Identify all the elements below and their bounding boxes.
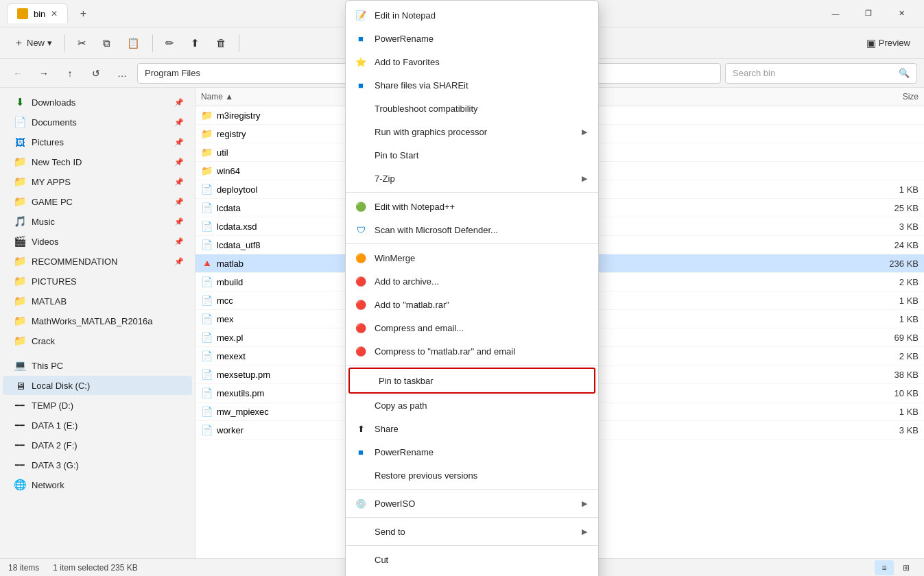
close-button[interactable]: ✕ [886,3,917,25]
sidebar-label-local-disk: Local Disk (C:) [32,381,184,391]
sidebar-item-documents[interactable]: 📄 Documents 📌 [3,112,192,132]
ctx-add-favorites[interactable]: ⭐ Add to Favorites [346,50,598,73]
file-icon: 📄 [201,424,213,435]
sidebar-item-data2[interactable]: ━━ DATA 2 (F:) [3,435,192,455]
new-label: New [27,38,45,48]
pin-start-icon [354,148,368,162]
ctx-share-shareit[interactable]: ■ Share files via SHAREit [346,73,598,97]
sidebar-item-data3[interactable]: ━━ DATA 3 (G:) [3,455,192,475]
ctx-restore-versions[interactable]: Restore previous versions [346,464,598,487]
tab-close-button[interactable]: ✕ [51,9,58,19]
delete-button[interactable]: 🗑 [209,34,233,52]
ctx-compress-matlab-email[interactable]: 🔴 Compress to "matlab.rar" and email [346,339,598,363]
matlab-rar-icon: 🔴 [354,298,368,311]
back-button[interactable]: ← [7,62,29,84]
ctx-pin-start[interactable]: Pin to Start [346,143,598,167]
ctx-scan-defender[interactable]: 🛡 Scan with Microsoft Defender... [346,218,598,241]
ctx-add-matlab-rar[interactable]: 🔴 Add to "matlab.rar" [346,293,598,316]
sidebar-item-downloads[interactable]: ⬇ Downloads 📌 [3,93,192,112]
ctx-edit-notepad[interactable]: 📝 Edit in Notepad [346,3,598,27]
ctx-send-to[interactable]: Send to ▶ [346,520,598,543]
graphics-icon [354,125,368,139]
sidebar-item-new-tech-id[interactable]: 📁 New Tech ID 📌 [3,152,192,171]
paste-button[interactable]: 📋 [120,34,147,53]
minimize-button[interactable]: — [820,3,851,25]
toolbar-sep-3 [239,34,239,52]
local-disk-icon: 🖥 [14,380,26,392]
more-button[interactable]: … [111,62,133,84]
preview-icon: ▣ [866,37,876,49]
copy-button[interactable]: ⧉ [96,34,117,53]
list-view-button[interactable]: ≡ [875,560,894,575]
share-button[interactable]: ⬆ [184,34,206,53]
sidebar-label-my-apps: MY APPS [32,177,169,187]
search-icon: 🔍 [899,68,910,78]
network-icon: 🌐 [14,479,26,491]
delete-icon: 🗑 [216,37,226,49]
ctx-powerrename-top[interactable]: ■ PowerRename [346,27,598,50]
ctx-copy-path[interactable]: Copy as path [346,394,598,417]
sidebar-item-game-pc[interactable]: 📁 GAME PC 📌 [3,192,192,211]
sidebar-label-temp: TEMP (D:) [32,400,184,411]
maximize-button[interactable]: ❐ [853,3,884,25]
archive-icon: 🔴 [354,274,368,288]
sidebar-item-network[interactable]: 🌐 Network [3,475,192,494]
file-icon: 📄 [201,295,213,306]
sidebar-item-music[interactable]: 🎵 Music 📌 [3,212,192,231]
file-icon: 📄 [201,202,213,213]
file-icon: 📄 [201,406,213,417]
search-placeholder: Search bin [733,68,775,78]
submenu-arrow-7zip: ▶ [582,174,587,183]
rename-button[interactable]: ✏ [158,34,181,53]
sidebar-item-mathworks[interactable]: 📁 MathWorks_MATLAB_R2016a [3,311,192,331]
ctx-cut[interactable]: Cut [346,548,598,571]
new-tab-button[interactable]: + [73,4,93,23]
sidebar-item-this-pc[interactable]: 💻 This PC [3,356,192,375]
ctx-copy[interactable]: Copy [346,571,598,576]
sidebar-item-temp[interactable]: ━━ TEMP (D:) [3,396,192,415]
refresh-button[interactable]: ↺ [85,62,107,84]
downloads-icon: ⬇ [14,96,26,108]
restore-icon [354,468,368,482]
grid-view-button[interactable]: ⊞ [897,560,916,575]
search-bar[interactable]: Search bin 🔍 [725,63,917,84]
sidebar-label-network: Network [32,480,184,490]
ctx-run-graphics[interactable]: Run with graphics processor ▶ [346,120,598,143]
sidebar-item-matlab[interactable]: 📁 MATLAB [3,291,192,311]
ctx-sep-5 [346,517,598,518]
ctx-7zip[interactable]: 7-Zip ▶ [346,167,598,190]
cut-button[interactable]: ✂ [71,34,93,53]
sidebar-item-pictures[interactable]: 🖼 Pictures 📌 [3,132,192,152]
rename-icon: ✏ [165,37,174,49]
ctx-compress-email[interactable]: 🔴 Compress and email... [346,316,598,339]
crack-icon: 📁 [14,335,26,347]
pin-icon-videos: 📌 [174,237,184,246]
ctx-edit-notepadpp[interactable]: 🟢 Edit with Notepad++ [346,195,598,218]
sidebar-item-videos[interactable]: 🎬 Videos 📌 [3,232,192,251]
ctx-sep-4 [346,489,598,490]
ctx-add-archive[interactable]: 🔴 Add to archive... [346,269,598,293]
ctx-share[interactable]: ⬆ Share [346,417,598,440]
sidebar-item-data1[interactable]: ━━ DATA 1 (E:) [3,416,192,435]
forward-button[interactable]: → [33,62,55,84]
ctx-winmerge[interactable]: 🟠 WinMerge [346,246,598,269]
sidebar-label-data1: DATA 1 (E:) [32,420,184,431]
ctx-powerrename-bot[interactable]: ■ PowerRename [346,440,598,464]
up-button[interactable]: ↑ [59,62,81,84]
header-size[interactable]: Size [855,91,924,103]
tab-bin[interactable]: bin ✕ [7,3,68,23]
new-chevron-icon: ▾ [47,38,52,48]
preview-button[interactable]: ▣ Preview [860,34,917,53]
ctx-troubleshoot[interactable]: Troubleshoot compatibility [346,97,598,120]
sidebar-item-local-disk[interactable]: 🖥 Local Disk (C:) [3,376,192,395]
ctx-pin-taskbar[interactable]: Pin to taskbar [348,368,595,394]
ctx-poweriso[interactable]: 💿 PowerISO ▶ [346,492,598,515]
sidebar-item-pictures2[interactable]: 📁 PICTURES [3,272,192,291]
new-button[interactable]: ＋ New ▾ [7,33,59,53]
sidebar-item-recommendation[interactable]: 📁 RECOMMENDATION 📌 [3,252,192,271]
powerrename-bot-icon: ■ [354,445,368,459]
folder-icon: 📁 [201,128,213,139]
sidebar-item-my-apps[interactable]: 📁 MY APPS 📌 [3,172,192,191]
submenu-arrow-graphics: ▶ [582,128,587,136]
sidebar-item-crack[interactable]: 📁 Crack [3,331,192,350]
